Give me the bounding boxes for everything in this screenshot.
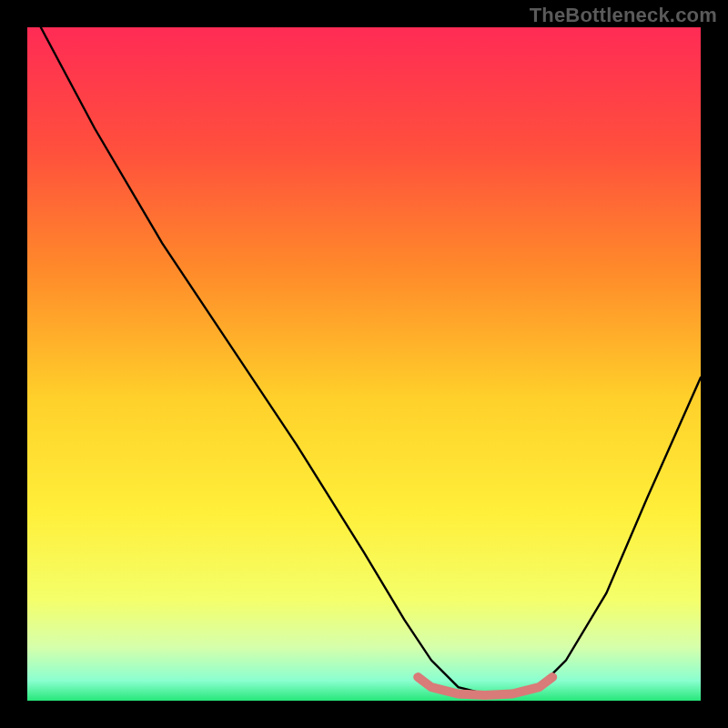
chart-frame: TheBottleneck.com [0,0,728,728]
chart-svg [27,27,701,701]
gradient-background [27,27,701,701]
plot-area [27,27,701,701]
watermark-text: TheBottleneck.com [530,4,717,27]
